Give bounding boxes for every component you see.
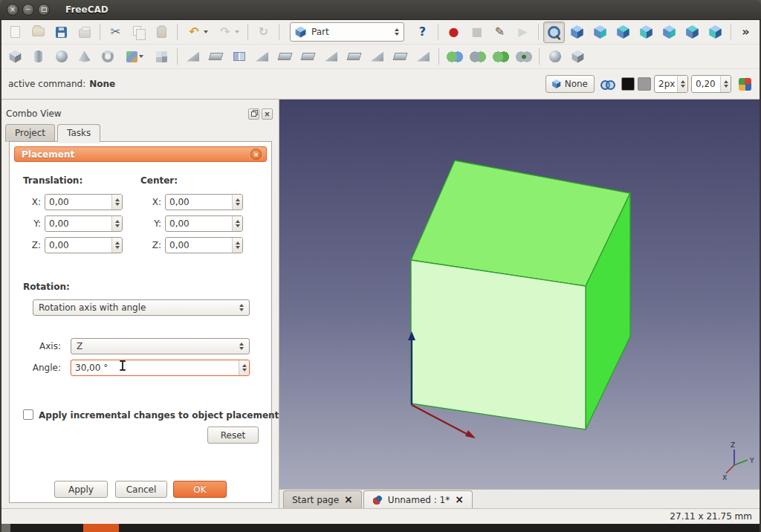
part-common-button[interactable] <box>513 46 534 68</box>
rotation-mode-combobox[interactable]: Rotation axis with angle <box>33 299 250 316</box>
undo-button[interactable]: ↶ <box>182 22 212 43</box>
part-primitives-button[interactable] <box>120 46 149 68</box>
part-loft-button[interactable] <box>343 46 365 68</box>
redo-button[interactable]: ↷ <box>213 22 243 43</box>
macro-play-icon: ▶ <box>515 24 531 40</box>
incremental-checkbox[interactable] <box>23 409 33 420</box>
close-tab-icon[interactable] <box>455 494 464 505</box>
part-ruled-surface-button[interactable] <box>320 46 342 68</box>
part-cross-sections-button[interactable] <box>412 46 434 68</box>
part-revolve-button[interactable] <box>205 46 227 68</box>
new-file-button[interactable] <box>4 22 26 43</box>
close-button[interactable] <box>7 4 19 16</box>
apply-style-button[interactable] <box>735 74 754 94</box>
macro-stop-button[interactable]: ■ <box>466 22 488 43</box>
axis-combobox[interactable]: Z <box>71 338 250 354</box>
spin-buttons-icon[interactable] <box>232 195 242 210</box>
close-panel-button[interactable] <box>262 108 273 120</box>
minimize-button[interactable] <box>22 4 34 16</box>
spin-buttons-icon[interactable] <box>232 216 242 231</box>
ok-button[interactable]: OK <box>173 481 227 498</box>
whats-this-button[interactable]: ? <box>412 22 433 43</box>
spin-buttons-icon[interactable] <box>239 360 249 375</box>
tab-unnamed-document[interactable]: Unnamed : 1* <box>363 490 473 508</box>
part-extrude-button[interactable] <box>182 46 204 68</box>
tab-tasks[interactable]: Tasks <box>57 124 100 142</box>
refresh-button[interactable]: ↻ <box>253 22 274 43</box>
angle-spinbox[interactable]: 30,00 ° <box>71 360 250 376</box>
collapse-task-icon[interactable] <box>250 149 262 160</box>
part-cut-button[interactable] <box>467 46 488 68</box>
center-x-spinbox[interactable]: 0,00 <box>165 194 243 210</box>
bottom-view-button[interactable] <box>681 22 703 43</box>
line-color-swatch[interactable] <box>621 77 635 91</box>
top-view-button[interactable] <box>612 22 634 43</box>
window-border-left <box>0 20 1 532</box>
float-panel-button[interactable] <box>248 108 259 120</box>
part-defeaturing-button[interactable] <box>567 46 589 68</box>
part-check-geometry-button[interactable] <box>544 46 566 68</box>
fit-all-button[interactable] <box>543 22 565 43</box>
spin-buttons-icon[interactable] <box>677 76 687 92</box>
spin-buttons-icon[interactable] <box>111 238 122 253</box>
spin-buttons-icon[interactable] <box>720 76 731 92</box>
cube-front-face[interactable] <box>411 260 586 429</box>
save-button[interactable] <box>51 22 72 43</box>
cube-object[interactable] <box>411 160 630 429</box>
text-size-spinbox[interactable]: 0,20 <box>691 75 731 93</box>
autogroup-button[interactable]: None <box>545 75 595 93</box>
copy-button[interactable] <box>128 22 149 43</box>
close-tab-icon[interactable] <box>344 494 353 505</box>
part-torus-button[interactable] <box>97 46 118 68</box>
translation-y-spinbox[interactable]: 0,00 <box>45 215 123 232</box>
front-view-button[interactable] <box>589 22 611 43</box>
apply-button[interactable]: Apply <box>54 481 108 498</box>
face-color-swatch[interactable] <box>638 77 651 91</box>
spin-buttons-icon[interactable] <box>111 216 122 231</box>
part-fillet-button[interactable] <box>251 46 273 68</box>
maximize-button[interactable] <box>38 4 50 16</box>
construction-mode-button[interactable] <box>598 74 618 94</box>
macro-edit-button[interactable]: ✎ <box>489 22 511 43</box>
center-y-spinbox[interactable]: 0,00 <box>165 215 243 232</box>
open-file-button[interactable] <box>27 22 49 43</box>
macro-play-button[interactable]: ▶ <box>512 22 534 43</box>
macro-record-button[interactable]: ● <box>443 22 464 43</box>
part-cone-button[interactable] <box>74 46 95 68</box>
spin-buttons-icon[interactable] <box>232 238 242 253</box>
part-shape-builder-button[interactable] <box>151 46 172 68</box>
part-section-button[interactable] <box>389 46 411 68</box>
part-cylinder-button[interactable] <box>27 46 49 68</box>
tab-start-page[interactable]: Start page <box>283 490 362 508</box>
part-chamfer-button[interactable] <box>274 46 296 68</box>
center-z-spinbox[interactable]: 0,00 <box>165 237 243 253</box>
rear-view-button[interactable] <box>658 22 680 43</box>
part-sphere-button[interactable] <box>51 46 72 68</box>
line-width-spinbox[interactable]: 2px <box>654 75 688 93</box>
placement-header[interactable]: Placement <box>14 146 267 162</box>
spin-buttons-icon[interactable] <box>111 195 122 210</box>
part-sweep-button[interactable] <box>366 46 388 68</box>
part-box-button[interactable] <box>4 46 26 68</box>
cut-button[interactable]: ✂ <box>105 22 126 43</box>
toolbar-overflow-button[interactable]: » <box>735 22 757 43</box>
3d-viewport[interactable]: Z Y X <box>279 100 761 489</box>
left-view-button[interactable] <box>705 22 726 43</box>
right-view-button[interactable] <box>635 22 657 43</box>
part-boolean-button[interactable] <box>444 46 465 68</box>
paste-button[interactable] <box>151 22 172 43</box>
combo-view-panel: Combo View Project Tasks Placement Trans… <box>0 100 279 508</box>
part-make-face-button[interactable] <box>297 46 319 68</box>
reset-button[interactable]: Reset <box>207 426 259 444</box>
toolbar-separator <box>539 48 540 65</box>
workbench-selector[interactable]: Part <box>290 22 404 42</box>
print-button[interactable] <box>74 22 95 43</box>
axonometric-view-button[interactable] <box>566 22 588 43</box>
file-edit-toolbar: ✂↶↷↻ <box>4 22 283 43</box>
translation-x-spinbox[interactable]: 0,00 <box>45 194 123 210</box>
translation-z-spinbox[interactable]: 0,00 <box>45 237 123 253</box>
part-mirror-button[interactable] <box>228 46 250 68</box>
part-union-button[interactable] <box>490 46 511 68</box>
cancel-button[interactable]: Cancel <box>115 481 167 498</box>
tab-project[interactable]: Project <box>5 124 55 142</box>
